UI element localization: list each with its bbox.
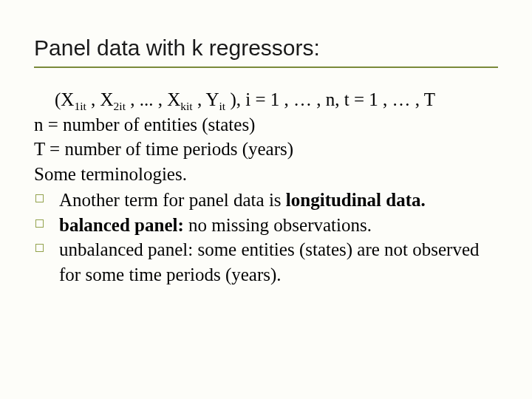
notation-line: (X1it , X2it , ... , Xkit , Yit ), i = 1… [34,87,498,112]
bullet-post: no missing observations. [184,215,372,235]
square-bullet-icon [35,219,44,228]
terminologies-label: Some terminologies. [34,162,498,187]
bullet-bold: balanced panel: [59,215,184,235]
bullet-pre: Another term for panel data is [59,190,286,210]
t-definition: T = number of time periods (years) [34,137,498,162]
y-sub: it [219,100,226,112]
sep1: , [86,89,100,109]
notation-tail: ), i = 1 , … , n, t = 1 , … , T [225,89,435,109]
list-item: unbalanced panel: some entities (states)… [34,237,498,287]
sep3: , [193,89,206,109]
title-underline [34,66,498,68]
list-item: balanced panel: no missing observations. [34,213,498,238]
page-title: Panel data with k regressors: [34,35,498,61]
bullet-bold: longitudinal data. [286,190,426,210]
body-text: (X1it , X2it , ... , Xkit , Yit ), i = 1… [34,87,498,287]
bullet-pre: unbalanced panel: some entities (states)… [59,239,480,284]
x2-base: X [100,89,114,109]
bullet-list: Another term for panel data is longitudi… [34,188,498,287]
square-bullet-icon [35,244,44,252]
sep2: , ... , [126,89,167,109]
list-item: Another term for panel data is longitudi… [34,188,498,213]
xk-base: X [167,89,180,109]
slide: Panel data with k regressors: (X1it , X2… [0,0,532,399]
x1-base: X [61,89,74,109]
xk-sub: kit [180,100,192,112]
x1-sub: 1it [74,100,86,112]
x2-sub: 2it [114,100,126,112]
square-bullet-icon [35,194,44,202]
n-definition: n = number of entities (states) [34,112,498,137]
y-base: Y [205,89,219,109]
